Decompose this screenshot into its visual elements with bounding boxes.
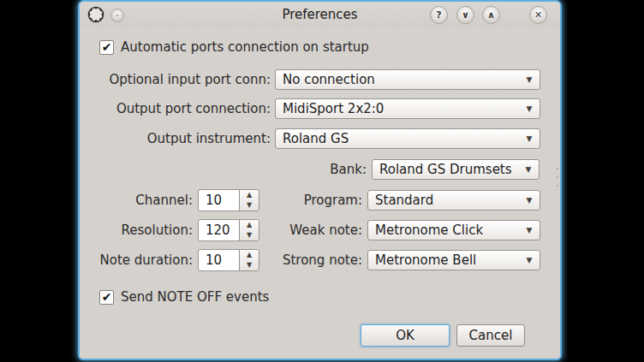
dropdown-arrow-icon: ▼ xyxy=(519,134,540,143)
close-button[interactable]: ✕ xyxy=(529,6,547,24)
resize-grip[interactable] xyxy=(556,168,559,187)
instrument-combobox[interactable]: Roland GS ▼ xyxy=(275,128,540,149)
preferences-dialog: Preferences ? ∨ ∧ ✕ ✔ Automatic ports co… xyxy=(78,0,562,360)
chevron-down-icon: ∨ xyxy=(462,10,469,20)
instrument-value: Roland GS xyxy=(276,131,519,146)
auto-connect-label: Automatic ports connection on startup xyxy=(121,39,369,55)
program-value: Standard xyxy=(368,193,519,208)
shade-button[interactable]: ∨ xyxy=(456,6,474,24)
note-off-row: ✔ Send NOTE OFF events xyxy=(99,289,269,305)
strong-note-combobox[interactable]: Metronome Bell ▼ xyxy=(367,250,540,270)
close-icon: ✕ xyxy=(534,10,542,20)
weak-note-label: Weak note: xyxy=(217,220,362,240)
resolution-label: Resolution: xyxy=(80,219,193,241)
auto-connect-row: ✔ Automatic ports connection on startup xyxy=(99,39,369,55)
input-port-combobox[interactable]: No connection ▼ xyxy=(275,69,540,90)
program-label: Program: xyxy=(217,190,362,211)
bank-label: Bank: xyxy=(80,159,367,180)
output-port-combobox[interactable]: MidiSport 2x2:0 ▼ xyxy=(275,98,540,119)
unshade-button[interactable]: ∧ xyxy=(482,6,500,24)
checkmark-icon: ✔ xyxy=(102,41,112,53)
auto-connect-checkbox[interactable]: ✔ xyxy=(99,40,114,55)
chevron-up-icon: ∧ xyxy=(487,10,495,20)
cancel-button[interactable]: Cancel xyxy=(456,324,525,347)
strong-note-value: Metronome Bell xyxy=(368,252,519,268)
output-port-value: MidiSport 2x2:0 xyxy=(276,101,519,116)
dropdown-arrow-icon: ▼ xyxy=(519,256,540,264)
dropdown-arrow-icon: ▼ xyxy=(519,75,540,84)
bank-value: Roland GS Drumsets xyxy=(373,162,518,177)
input-port-value: No connection xyxy=(276,72,519,87)
dropdown-arrow-icon: ▼ xyxy=(518,165,539,174)
channel-label: Channel: xyxy=(80,189,193,211)
checkmark-icon: ✔ xyxy=(102,291,112,303)
input-port-label: Optional input port conn: xyxy=(80,69,271,90)
strong-note-label: Strong note: xyxy=(217,250,362,270)
bank-combobox[interactable]: Roland GS Drumsets ▼ xyxy=(372,159,540,180)
note-off-label: Send NOTE OFF events xyxy=(121,289,269,305)
help-icon: ? xyxy=(436,10,441,20)
titlebar[interactable]: Preferences ? ∨ ∧ ✕ xyxy=(80,2,560,27)
dropdown-arrow-icon: ▼ xyxy=(519,226,540,234)
output-port-label: Output port connection: xyxy=(80,98,271,119)
weak-note-value: Metronome Click xyxy=(368,223,519,238)
dropdown-arrow-icon: ▼ xyxy=(519,104,540,113)
dropdown-arrow-icon: ▼ xyxy=(519,196,540,205)
note-off-checkbox[interactable]: ✔ xyxy=(99,290,114,305)
help-button[interactable]: ? xyxy=(430,6,448,24)
weak-note-combobox[interactable]: Metronome Click ▼ xyxy=(367,220,540,240)
program-combobox[interactable]: Standard ▼ xyxy=(367,190,540,211)
ok-button[interactable]: OK xyxy=(361,324,450,347)
duration-label: Note duration: xyxy=(80,249,193,271)
instrument-label: Output instrument: xyxy=(80,128,271,149)
